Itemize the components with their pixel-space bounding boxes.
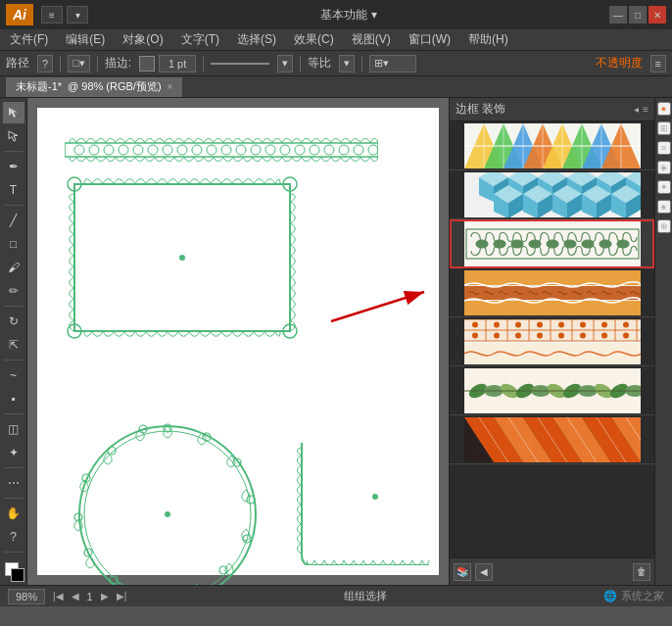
selection-tool[interactable] bbox=[3, 102, 24, 123]
maximize-btn[interactable]: □ bbox=[629, 6, 647, 24]
svg-point-17 bbox=[310, 145, 319, 155]
stroke-width-input[interactable] bbox=[159, 55, 196, 72]
brush-row-4[interactable] bbox=[450, 268, 654, 317]
zoom-tool[interactable]: ? bbox=[3, 526, 24, 548]
circle-ornament-frame bbox=[65, 411, 270, 585]
rectangle-ornament-frame bbox=[65, 174, 300, 341]
panel-menu-btn[interactable]: ≡ bbox=[650, 55, 666, 72]
line-tool[interactable]: ╱ bbox=[3, 210, 24, 231]
delete-brush-btn[interactable]: 🗑 bbox=[633, 563, 650, 581]
svg-point-14 bbox=[265, 145, 275, 155]
toolbar-separator-1 bbox=[60, 56, 61, 72]
view-icon-btn[interactable]: ▾ bbox=[67, 6, 88, 24]
menu-text[interactable]: 文字(T) bbox=[179, 31, 221, 48]
color-palette-btn[interactable]: ● bbox=[657, 102, 671, 116]
brush-row-1[interactable] bbox=[450, 121, 654, 170]
brush-row-6[interactable] bbox=[450, 366, 654, 415]
effects-btn[interactable]: ◈ bbox=[657, 161, 671, 174]
tab-close-btn[interactable]: × bbox=[168, 81, 173, 92]
stroke-color-btn[interactable] bbox=[139, 56, 155, 72]
stroke-swatch[interactable] bbox=[11, 568, 24, 582]
opacity-label[interactable]: 不透明度 bbox=[596, 55, 643, 72]
blend-tool[interactable]: ⋯ bbox=[3, 472, 24, 494]
svg-point-40 bbox=[74, 513, 82, 521]
document-tab[interactable]: 未标题-1* @ 98% (RGB/预览) × bbox=[6, 77, 182, 97]
stroke-style-btn[interactable]: ▾ bbox=[277, 55, 293, 72]
menu-edit[interactable]: 编辑(E) bbox=[64, 31, 107, 48]
menu-window[interactable]: 窗口(W) bbox=[407, 31, 453, 48]
nav-icon-btn[interactable]: ≡ bbox=[41, 6, 63, 24]
prev-page-btn[interactable]: |◀ bbox=[53, 591, 64, 602]
menu-help[interactable]: 帮助(H) bbox=[466, 31, 510, 48]
close-btn[interactable]: ✕ bbox=[648, 6, 666, 24]
tool-separator-2 bbox=[4, 205, 24, 206]
rotate-tool[interactable]: ↻ bbox=[3, 311, 24, 332]
zoom-options-btn[interactable]: ▾ bbox=[339, 55, 355, 72]
brush-list[interactable] bbox=[450, 121, 654, 557]
prev-btn[interactable]: ◀ bbox=[72, 591, 79, 602]
align-options-btn[interactable]: ⊞▾ bbox=[369, 55, 416, 72]
menu-select[interactable]: 选择(S) bbox=[235, 31, 278, 48]
direct-select-tool[interactable] bbox=[3, 125, 24, 147]
warp-tool[interactable]: ~ bbox=[3, 364, 24, 386]
svg-point-9 bbox=[192, 145, 202, 155]
menu-effect[interactable]: 效果(C) bbox=[292, 31, 336, 48]
symbols-btn[interactable]: ♠ bbox=[657, 200, 671, 214]
type-tool[interactable]: T bbox=[3, 179, 24, 201]
style-btn[interactable]: ✦ bbox=[657, 180, 671, 194]
tool-separator-5 bbox=[4, 413, 24, 414]
scale-tool[interactable]: ⇱ bbox=[3, 334, 24, 356]
brush-preview-7 bbox=[450, 415, 654, 463]
menu-view[interactable]: 视图(V) bbox=[350, 31, 393, 48]
toolbar-separator-4 bbox=[300, 56, 301, 72]
svg-point-142 bbox=[580, 332, 586, 338]
horizontal-border-strip bbox=[65, 135, 378, 165]
fill-stroke-indicator[interactable] bbox=[3, 560, 24, 582]
next-page-btn[interactable]: ▶| bbox=[117, 591, 127, 602]
stroke-preview bbox=[211, 63, 269, 65]
menu-file[interactable]: 文件(F) bbox=[8, 31, 50, 48]
brush-row-5[interactable] bbox=[450, 317, 654, 366]
brush-row-3[interactable] bbox=[450, 219, 654, 268]
svg-point-109 bbox=[600, 240, 611, 248]
pen-tool[interactable]: ✒ bbox=[3, 156, 24, 177]
tab-bar: 未标题-1* @ 98% (RGB/预览) × bbox=[0, 76, 672, 98]
svg-point-103 bbox=[494, 240, 505, 248]
svg-point-12 bbox=[236, 145, 246, 155]
canvas-area[interactable] bbox=[27, 98, 449, 585]
toolbar-separator-5 bbox=[361, 56, 362, 72]
grid-view-btn[interactable]: ⊞ bbox=[657, 121, 671, 135]
paintbrush-tool[interactable]: 🖌 bbox=[3, 257, 24, 278]
menu-object[interactable]: 对象(O) bbox=[120, 31, 165, 48]
next-btn[interactable]: ▶ bbox=[101, 591, 109, 602]
ai-logo: Ai bbox=[6, 4, 33, 25]
arrow-left-btn[interactable]: ◀ bbox=[475, 563, 493, 581]
help-button[interactable]: ? bbox=[37, 55, 53, 72]
svg-point-137 bbox=[472, 332, 478, 338]
svg-point-105 bbox=[529, 240, 541, 248]
rect-tool[interactable]: □ bbox=[3, 233, 24, 255]
svg-point-6 bbox=[148, 145, 158, 155]
gradient-tool[interactable]: ◫ bbox=[3, 418, 24, 440]
minimize-btn[interactable]: — bbox=[609, 6, 627, 24]
svg-point-8 bbox=[177, 145, 187, 155]
library-btn[interactable]: 📚 bbox=[454, 563, 471, 581]
panel-menu-icon[interactable]: ≡ bbox=[643, 104, 648, 115]
eyedropper-tool[interactable]: ✦ bbox=[3, 442, 24, 463]
brush-row-7[interactable] bbox=[450, 415, 654, 464]
hand-tool[interactable]: ✋ bbox=[3, 503, 24, 524]
status-bar: |◀ ◀ 1 ▶ ▶| 组组选择 🌐 系统之家 bbox=[0, 585, 672, 606]
transform-btn[interactable]: ⊕ bbox=[657, 219, 671, 233]
panel-collapse-btn[interactable]: ◂ bbox=[634, 104, 639, 115]
layers-btn[interactable]: ≡ bbox=[657, 141, 671, 155]
svg-point-45 bbox=[372, 494, 378, 500]
pencil-tool[interactable]: ✏ bbox=[3, 280, 24, 302]
brush-row-2[interactable] bbox=[450, 170, 654, 219]
graph-tool[interactable]: ▪ bbox=[3, 388, 24, 409]
zoom-label: 等比 bbox=[308, 55, 331, 72]
zoom-input[interactable] bbox=[8, 589, 45, 604]
svg-point-2 bbox=[89, 145, 99, 155]
svg-point-1 bbox=[74, 145, 84, 155]
svg-point-18 bbox=[324, 145, 334, 155]
shape-select-btn[interactable]: □▾ bbox=[68, 55, 90, 72]
